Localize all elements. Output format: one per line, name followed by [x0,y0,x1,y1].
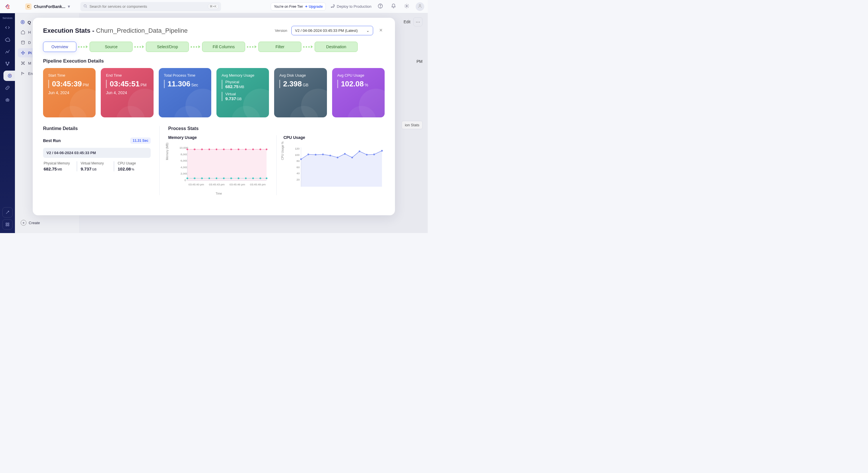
svg-point-5 [419,4,421,6]
runtime-metrics: Physical Memory 682.75MB Virtual Memory … [43,161,151,171]
org-name: ChurnForBank... [34,4,65,9]
help-button[interactable] [376,2,384,11]
svg-point-57 [216,177,217,179]
svg-point-86 [373,154,375,155]
svg-point-4 [406,5,408,7]
org-selector[interactable]: C ChurnForBank... ▾ [25,3,70,10]
search-input[interactable] [90,4,206,9]
search-icon [83,4,87,9]
chevron-down-icon: ⌄ [366,28,369,33]
gear-icon [404,3,409,10]
tier-text: You're on Free Tier [274,5,303,9]
metric-virtual-memory: Virtual Memory 9.737GB [76,161,114,171]
svg-point-45 [216,148,217,150]
user-avatar[interactable] [415,2,424,11]
svg-point-85 [366,154,367,156]
svg-point-51 [259,148,261,150]
version-label: Version [275,28,287,33]
svg-text:20: 20 [297,178,300,181]
deploy-button[interactable]: Deploy to Production [330,4,371,9]
svg-text:8,000: 8,000 [181,153,188,156]
stage-arrow [303,45,313,48]
org-avatar: C [25,3,32,10]
svg-text:4,000: 4,000 [181,166,188,169]
best-run-row: Best Run 11.31 Sec [43,135,151,146]
svg-point-76 [300,158,302,160]
svg-point-42 [194,148,195,150]
stage-arrow [247,45,257,48]
svg-point-63 [259,177,261,179]
best-run-value: 11.31 Sec [130,137,151,144]
card-start-time: Start Time 03:45:39PM Jun 4, 2024 [43,68,96,117]
svg-text:80: 80 [297,159,300,162]
svg-point-43 [201,148,203,150]
svg-text:2,000: 2,000 [181,172,188,175]
stage-overview[interactable]: Overview [43,42,76,52]
svg-text:60: 60 [297,166,300,169]
stage-source[interactable]: Source [90,42,133,52]
stage-filter[interactable]: Filter [258,42,301,52]
global-search[interactable]: ⌘+K [81,2,221,11]
chart-memory: Memory Usage Memory (MB) 10,000 8,000 6,… [168,135,270,195]
settings-button[interactable] [402,2,411,11]
card-cpu: Avg CPU Usage 102.08% [332,68,384,117]
svg-point-60 [238,177,239,179]
svg-point-46 [223,148,225,150]
close-button[interactable] [377,27,384,34]
stage-arrow [134,45,144,48]
chevron-down-icon: ▾ [68,4,70,9]
card-process-time: Total Process Time 11.306Sec [159,68,211,117]
topbar: C ChurnForBank... ▾ ⌘+K You're on Free T… [0,0,428,13]
section-pipeline-details: Pipeline Execution Details [43,58,384,64]
stage-destination[interactable]: Destination [315,42,358,52]
modal-header: Execution Stats - Churn_Prediction_Data_… [43,26,384,35]
svg-line-1 [86,7,87,7]
svg-point-47 [230,148,232,150]
svg-text:03:45:40 pm: 03:45:40 pm [189,183,204,186]
stage-arrow [191,45,200,48]
upgrade-link[interactable]: ✦ Upgrade [305,5,323,9]
svg-point-79 [322,154,324,155]
runtime-title: Runtime Details [43,126,151,131]
stage-fill[interactable]: Fill Columns [202,42,245,52]
svg-point-84 [359,150,360,152]
svg-point-49 [245,148,247,150]
modal-title: Execution Stats - Churn_Prediction_Data_… [43,27,188,34]
svg-point-83 [351,157,353,158]
panel-runtime: Runtime Details Best Run 11.31 Sec V2 / … [43,126,151,195]
metric-cpu-usage: CPU Usage 102.08% [114,161,151,171]
stat-cards: Start Time 03:45:39PM Jun 4, 2024 End Ti… [43,68,384,117]
runtime-version[interactable]: V2 / 04-06-2024 03:45:33 PM [43,148,151,158]
svg-point-87 [381,150,383,152]
svg-point-77 [307,154,309,155]
version-select[interactable]: V2 / 04-06-2024 03:45:33 PM (Latest) ⌄ [291,26,373,35]
svg-point-59 [230,177,232,179]
search-shortcut: ⌘+K [208,4,218,9]
svg-point-82 [344,153,346,155]
card-end-time: End Time 03:45:51PM Jun 4, 2024 [101,68,153,117]
bell-icon [391,3,396,10]
svg-point-81 [337,157,338,158]
stage-select[interactable]: Select/Drop [146,42,189,52]
sparkle-icon: ✦ [305,5,308,9]
chart-cpu: CPU Usage CPU Usage % 120 100 80 60 40 2… [284,135,385,195]
lower-panels: Runtime Details Best Run 11.31 Sec V2 / … [43,126,384,195]
svg-point-61 [245,177,247,179]
svg-point-3 [380,7,380,7]
svg-point-48 [238,148,239,150]
svg-text:03:45:43 pm: 03:45:43 pm [209,183,224,186]
svg-point-0 [84,5,86,7]
svg-point-44 [208,148,210,150]
svg-text:120: 120 [295,147,300,150]
cpu-chart-svg: 120 100 80 60 40 20 [284,143,385,191]
svg-point-55 [201,177,203,179]
svg-text:100: 100 [295,153,300,156]
svg-point-58 [223,177,225,179]
stage-arrow [78,45,88,48]
svg-point-78 [315,154,316,156]
svg-point-41 [187,148,188,150]
metric-physical-memory: Physical Memory 682.75MB [43,161,76,171]
svg-text:03:45:46 pm: 03:45:46 pm [229,183,245,186]
card-disk: Avg Disk Usage 2.398GB [274,68,327,117]
notifications-button[interactable] [389,2,398,11]
